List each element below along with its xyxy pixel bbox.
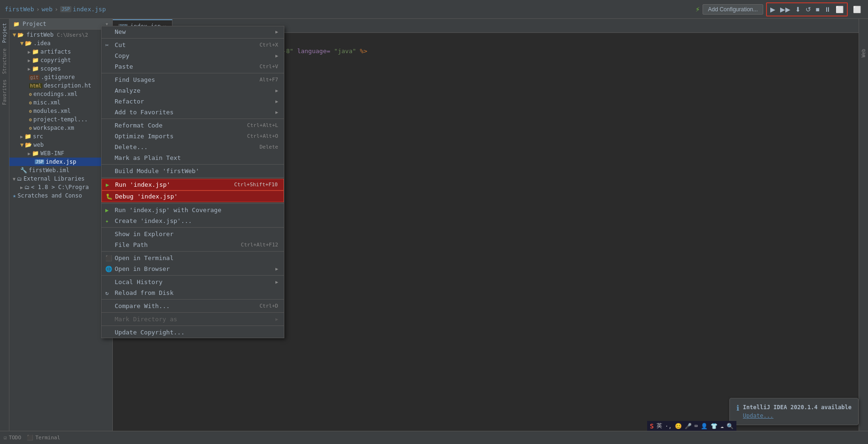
show-explorer-label: Show in Explorer <box>115 230 173 238</box>
menu-item-optimize[interactable]: Optimize Imports Ctrl+Alt+O <box>102 131 284 142</box>
find-usages-shortcut: Alt+F7 <box>259 77 278 83</box>
cut-shortcut: Ctrl+X <box>259 42 278 48</box>
menu-item-local-history[interactable]: Local History ▶ <box>102 277 284 287</box>
delete-label: Delete... <box>115 143 148 151</box>
separator-4 <box>102 164 284 165</box>
menu-item-build-module[interactable]: Build Module 'firstWeb' <box>102 166 284 176</box>
copy-label: Copy <box>115 52 129 59</box>
update-copyright-label: Update Copyright... <box>115 329 185 336</box>
open-terminal-label: Open in Terminal <box>115 254 173 262</box>
menu-item-show-explorer[interactable]: Show in Explorer <box>102 229 284 239</box>
menu-item-mark-plain[interactable]: Mark as Plain Text <box>102 152 284 163</box>
reload-icon: ↻ <box>105 290 109 296</box>
context-menu-overlay[interactable]: New ▶ ✂ Cut Ctrl+X Copy ▶ Paste Ctrl+V <box>0 0 868 444</box>
debug-label: Debug 'index.jsp' <box>115 193 178 200</box>
separator-3 <box>102 119 284 119</box>
menu-item-find-usages[interactable]: Find Usages Alt+F7 <box>102 74 284 85</box>
separator-2 <box>102 73 284 73</box>
analyze-arrow: ▶ <box>275 88 278 93</box>
browser-arrow: ▶ <box>275 266 278 271</box>
local-history-label: Local History <box>115 278 163 285</box>
terminal-icon: ⬛ <box>105 255 112 262</box>
separator-9 <box>102 275 284 276</box>
cut-label: Cut <box>115 41 125 48</box>
reformat-shortcut: Ctrl+Alt+L <box>247 122 278 128</box>
compare-label: Compare With... <box>115 302 170 309</box>
menu-item-add-favorites[interactable]: Add to Favorites ▶ <box>102 107 284 118</box>
menu-item-new[interactable]: New ▶ <box>102 26 284 37</box>
menu-item-create[interactable]: ✦ Create 'index.jsp'... <box>102 215 284 226</box>
file-path-label: File Path <box>115 241 148 248</box>
run-shortcut: Ctrl+Shift+F10 <box>234 182 278 188</box>
menu-item-cut[interactable]: ✂ Cut Ctrl+X <box>102 40 284 50</box>
reformat-label: Reformat Code <box>115 122 163 129</box>
new-label: New <box>115 28 125 35</box>
run-label: Run 'index.jsp' <box>115 181 170 188</box>
menu-item-delete[interactable]: Delete... Delete <box>102 142 284 152</box>
separator-10 <box>102 299 284 300</box>
menu-item-debug[interactable]: 🐛 Debug 'index.jsp' <box>102 190 284 202</box>
menu-item-refactor[interactable]: Refactor ▶ <box>102 96 284 107</box>
new-arrow: ▶ <box>275 29 278 34</box>
mark-directory-label: Mark Directory as <box>115 316 177 323</box>
menu-item-update-copyright[interactable]: Update Copyright... <box>102 327 284 338</box>
refactor-arrow: ▶ <box>275 99 278 104</box>
mark-directory-arrow: ▶ <box>275 317 278 322</box>
optimize-label: Optimize Imports <box>115 133 173 140</box>
optimize-shortcut: Ctrl+Alt+O <box>247 133 278 139</box>
delete-shortcut: Delete <box>259 144 278 150</box>
separator-1 <box>102 38 284 39</box>
menu-item-open-terminal[interactable]: ⬛ Open in Terminal <box>102 253 284 263</box>
add-favorites-arrow: ▶ <box>275 110 278 115</box>
main-layout: Project Structure Favorites 📁 Project ▾ … <box>0 19 868 431</box>
menu-item-copy[interactable]: Copy ▶ <box>102 50 284 61</box>
compare-shortcut: Ctrl+D <box>259 303 278 309</box>
browser-icon: 🌐 <box>105 266 112 272</box>
menu-item-paste[interactable]: Paste Ctrl+V <box>102 61 284 72</box>
run-icon: ▶ <box>106 182 109 188</box>
menu-item-mark-directory[interactable]: Mark Directory as ▶ <box>102 314 284 325</box>
cut-icon: ✂ <box>105 42 109 48</box>
separator-8 <box>102 251 284 252</box>
coverage-icon: ▶ <box>105 207 109 214</box>
find-usages-label: Find Usages <box>115 76 155 83</box>
context-menu: New ▶ ✂ Cut Ctrl+X Copy ▶ Paste Ctrl+V <box>101 26 284 338</box>
menu-item-open-browser[interactable]: 🌐 Open in Browser ▶ <box>102 263 284 274</box>
debug-icon: 🐛 <box>106 193 113 200</box>
refactor-label: Refactor <box>115 98 144 105</box>
separator-11 <box>102 312 284 313</box>
menu-item-run-coverage[interactable]: ▶ Run 'index.jsp' with Coverage <box>102 205 284 215</box>
copy-arrow: ▶ <box>275 53 278 58</box>
open-browser-label: Open in Browser <box>115 265 170 272</box>
analyze-label: Analyze <box>115 87 141 94</box>
menu-item-run[interactable]: ▶ Run 'index.jsp' Ctrl+Shift+F10 <box>102 179 284 190</box>
menu-item-file-path[interactable]: File Path Ctrl+Alt+F12 <box>102 239 284 250</box>
create-label: Create 'index.jsp'... <box>115 217 192 224</box>
separator-12 <box>102 325 284 326</box>
build-module-label: Build Module 'firstWeb' <box>115 167 199 174</box>
run-coverage-label: Run 'index.jsp' with Coverage <box>115 206 221 214</box>
menu-item-reformat[interactable]: Reformat Code Ctrl+Alt+L <box>102 120 284 131</box>
paste-label: Paste <box>115 63 133 70</box>
separator-5 <box>102 177 284 178</box>
reload-label: Reload from Disk <box>115 289 173 296</box>
menu-item-reload[interactable]: ↻ Reload from Disk <box>102 287 284 298</box>
mark-plain-label: Mark as Plain Text <box>115 154 181 161</box>
menu-item-analyze[interactable]: Analyze ▶ <box>102 85 284 96</box>
add-favorites-label: Add to Favorites <box>115 109 173 116</box>
paste-shortcut: Ctrl+V <box>259 63 278 70</box>
separator-7 <box>102 227 284 228</box>
create-icon: ✦ <box>105 218 109 224</box>
local-history-arrow: ▶ <box>275 279 278 285</box>
separator-6 <box>102 203 284 204</box>
file-path-shortcut: Ctrl+Alt+F12 <box>241 242 278 248</box>
menu-item-compare[interactable]: Compare With... Ctrl+D <box>102 301 284 311</box>
